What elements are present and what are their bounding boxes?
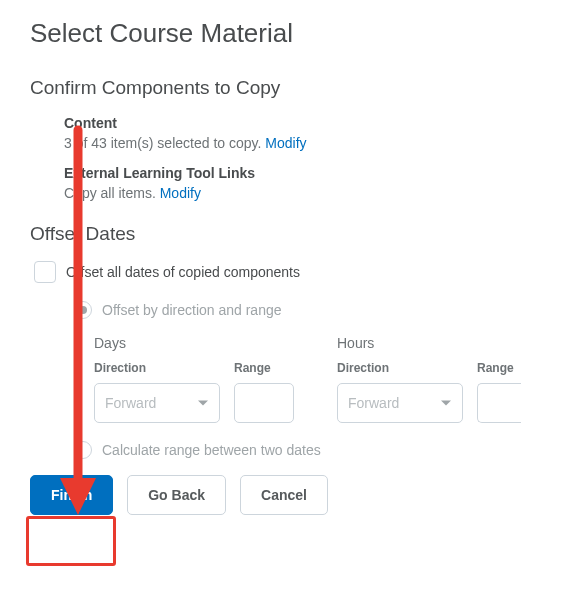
hours-label: Hours [337,335,562,351]
days-direction-field: Direction Forward [94,361,220,423]
finish-button[interactable]: Finish [30,475,113,515]
days-range-field: Range [234,361,294,423]
hours-direction-select[interactable]: Forward [337,383,463,423]
range-label: Range [234,361,294,375]
offset-checkbox-row: Offset all dates of copied components [34,261,539,283]
radio-label: Calculate range between two dates [102,442,321,458]
component-name: External Learning Tool Links [64,165,539,181]
select-value: Forward [348,395,399,411]
cancel-button[interactable]: Cancel [240,475,328,515]
hours-direction-field: Direction Forward [337,361,463,423]
components-section-title: Confirm Components to Copy [30,77,539,99]
components-list: Content 3 of 43 item(s) selected to copy… [64,115,539,201]
chevron-down-icon [440,397,452,409]
range-label: Range [477,361,521,375]
radio-calculate[interactable] [74,441,92,459]
hours-range-input[interactable] [477,383,521,423]
hours-unit: Hours Direction Forward Range [337,335,562,423]
days-direction-select[interactable]: Forward [94,383,220,423]
days-range-input[interactable] [234,383,294,423]
radio-row-direction-range: Offset by direction and range [74,301,539,319]
component-desc-text: 3 of 43 item(s) selected to copy. [64,135,265,151]
select-value: Forward [105,395,156,411]
page-title: Select Course Material [30,18,539,49]
radio-row-calculate: Calculate range between two dates [74,441,539,459]
component-content: Content 3 of 43 item(s) selected to copy… [64,115,539,151]
go-back-button[interactable]: Go Back [127,475,226,515]
direction-label: Direction [94,361,220,375]
direction-range-grid: Days Direction Forward Range [94,335,539,423]
modify-link[interactable]: Modify [265,135,306,151]
chevron-down-icon [197,397,209,409]
modify-link[interactable]: Modify [160,185,201,201]
offset-sub-options: Offset by direction and range Days Direc… [74,301,539,459]
radio-label: Offset by direction and range [102,302,282,318]
days-unit: Days Direction Forward Range [94,335,319,423]
hours-range-field: Range [477,361,521,423]
component-desc: Copy all items. Modify [64,185,539,201]
component-desc: 3 of 43 item(s) selected to copy. Modify [64,135,539,151]
action-bar: Finish Go Back Cancel [30,475,569,515]
days-label: Days [94,335,319,351]
direction-label: Direction [337,361,463,375]
offset-checkbox[interactable] [34,261,56,283]
component-desc-text: Copy all items. [64,185,160,201]
component-name: Content [64,115,539,131]
annotation-highlight-box [26,516,116,566]
radio-direction-range[interactable] [74,301,92,319]
component-external-tools: External Learning Tool Links Copy all it… [64,165,539,201]
offset-section-title: Offset Dates [30,223,539,245]
offset-checkbox-label: Offset all dates of copied components [66,264,300,280]
